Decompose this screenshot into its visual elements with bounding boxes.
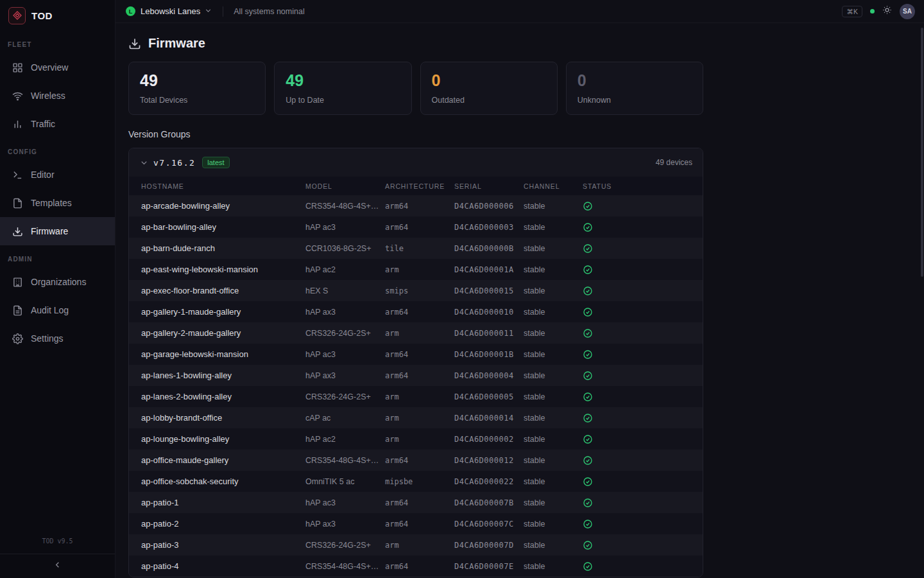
stat-card-up-to-date: 49 Up to Date xyxy=(274,62,411,115)
column-header-status: STATUS xyxy=(583,177,703,195)
table-row[interactable]: ap-lobby-brandt-office cAP ac arm D4CA6D… xyxy=(129,407,703,428)
sidebar-item-audit-log[interactable]: Audit Log xyxy=(0,296,115,324)
cell-hostname: ap-barn-dude-ranch xyxy=(129,238,305,259)
cell-status xyxy=(583,386,703,407)
cell-channel: stable xyxy=(524,492,583,513)
sidebar-item-firmware[interactable]: Firmware xyxy=(0,217,115,245)
table-row[interactable]: ap-lounge-bowling-alley hAP ac2 arm D4CA… xyxy=(129,428,703,450)
sidebar-item-wireless[interactable]: Wireless xyxy=(0,82,115,110)
app-logo: TOD xyxy=(0,0,115,31)
cell-model: hAP ax3 xyxy=(305,301,385,322)
cell-architecture: arm xyxy=(385,428,454,450)
cell-status xyxy=(583,344,703,365)
cell-architecture: smips xyxy=(385,280,454,301)
cell-architecture: arm64 xyxy=(385,195,454,216)
table-row[interactable]: ap-patio-3 CRS326-24G-2S+ arm D4CA6D0000… xyxy=(129,534,703,556)
table-row[interactable]: ap-office-maude-gallery CRS354-48G-4S+… … xyxy=(129,450,703,471)
device-count: 49 devices xyxy=(656,158,692,167)
cell-serial: D4CA6D000012 xyxy=(454,450,524,471)
topbar-divider xyxy=(223,6,223,17)
bar-chart-icon xyxy=(12,118,23,130)
sidebar-collapse-button[interactable] xyxy=(0,554,115,578)
chevron-down-icon xyxy=(204,6,212,17)
cell-model: cAP ac xyxy=(305,407,385,428)
sidebar-item-settings[interactable]: Settings xyxy=(0,324,115,353)
check-circle-icon xyxy=(583,498,593,508)
cell-architecture: tile xyxy=(385,238,454,259)
cell-serial: D4CA6D00001A xyxy=(454,259,524,280)
cell-model: hAP ac2 xyxy=(305,259,385,280)
table-row[interactable]: ap-patio-2 hAP ax3 arm64 D4CA6D00007C st… xyxy=(129,513,703,534)
cell-model: hAP ac2 xyxy=(305,428,385,450)
wifi-icon xyxy=(12,90,23,101)
sidebar-item-label: Firmware xyxy=(31,226,68,236)
nav-section-fleet: FLEET Overview Wireless xyxy=(0,41,115,138)
cell-serial: D4CA6D000003 xyxy=(454,216,524,238)
table-row[interactable]: ap-lanes-1-bowling-alley hAP ax3 arm64 D… xyxy=(129,365,703,386)
scrollbar-thumb[interactable] xyxy=(921,28,923,277)
stat-value: 0 xyxy=(578,72,692,90)
check-circle-icon xyxy=(583,265,593,275)
cell-architecture: arm xyxy=(385,386,454,407)
stat-value: 0 xyxy=(432,72,546,90)
cell-channel: stable xyxy=(524,407,583,428)
building-icon xyxy=(12,276,23,288)
sidebar-item-organizations[interactable]: Organizations xyxy=(0,268,115,296)
cell-architecture: arm xyxy=(385,534,454,556)
cell-architecture: arm xyxy=(385,407,454,428)
stat-label: Unknown xyxy=(578,96,692,105)
cell-channel: stable xyxy=(524,259,583,280)
check-circle-icon xyxy=(583,307,593,317)
scrollbar-track[interactable] xyxy=(921,24,923,577)
cell-channel: stable xyxy=(524,238,583,259)
table-row[interactable]: ap-barn-dude-ranch CCR1036-8G-2S+ tile D… xyxy=(129,238,703,259)
cell-status xyxy=(583,407,703,428)
table-row[interactable]: ap-office-sobchak-security OmniTIK 5 ac … xyxy=(129,471,703,492)
section-label-fleet: FLEET xyxy=(0,41,115,48)
table-row[interactable]: ap-east-wing-lebowski-mansion hAP ac2 ar… xyxy=(129,259,703,280)
cell-serial: D4CA6D000002 xyxy=(454,428,524,450)
cell-status xyxy=(583,513,703,534)
version-group-card: v7.16.2 latest 49 devices HOSTNAME MODEL… xyxy=(128,148,703,577)
cell-channel: stable xyxy=(524,556,583,577)
table-row[interactable]: ap-gallery-2-maude-gallery CRS326-24G-2S… xyxy=(129,322,703,344)
sidebar-item-templates[interactable]: Templates xyxy=(0,189,115,217)
table-row[interactable]: ap-patio-4 CRS354-48G-4S+… arm64 D4CA6D0… xyxy=(129,556,703,577)
stat-card-unknown: 0 Unknown xyxy=(566,62,703,115)
stat-label: Outdated xyxy=(432,96,546,105)
stat-value: 49 xyxy=(140,72,254,90)
version-group-header[interactable]: v7.16.2 latest 49 devices xyxy=(129,148,703,177)
cell-hostname: ap-office-sobchak-security xyxy=(129,471,305,492)
cell-channel: stable xyxy=(524,471,583,492)
org-name: Lebowski Lanes xyxy=(141,6,200,16)
nav-section-admin: ADMIN Organizations Audit Log xyxy=(0,256,115,353)
sidebar-item-label: Audit Log xyxy=(31,305,69,315)
table-row[interactable]: ap-garage-lebowski-mansion hAP ac3 arm64… xyxy=(129,344,703,365)
sidebar-item-editor[interactable]: Editor xyxy=(0,161,115,189)
table-row[interactable]: ap-lanes-2-bowling-alley CRS326-24G-2S+ … xyxy=(129,386,703,407)
user-avatar[interactable]: SA xyxy=(900,4,915,19)
stat-card-total-devices: 49 Total Devices xyxy=(128,62,266,115)
stat-label: Total Devices xyxy=(140,96,254,105)
app-root: TOD FLEET Overview Wireless xyxy=(0,0,924,578)
theme-toggle-button[interactable] xyxy=(882,5,892,17)
check-circle-icon xyxy=(583,455,593,466)
table-row[interactable]: ap-bar-bowling-alley hAP ac3 arm64 D4CA6… xyxy=(129,216,703,238)
table-row[interactable]: ap-gallery-1-maude-gallery hAP ax3 arm64… xyxy=(129,301,703,322)
org-switcher-button[interactable] xyxy=(204,6,212,17)
sidebar-item-traffic[interactable]: Traffic xyxy=(0,110,115,138)
cell-model: hAP ax3 xyxy=(305,365,385,386)
sidebar-item-overview[interactable]: Overview xyxy=(0,53,115,82)
check-circle-icon xyxy=(583,434,593,444)
file-icon xyxy=(12,197,23,209)
check-circle-icon xyxy=(583,477,593,487)
cell-serial: D4CA6D00000B xyxy=(454,238,524,259)
command-palette-shortcut[interactable]: ⌘K xyxy=(842,6,862,17)
cell-channel: stable xyxy=(524,534,583,556)
cell-channel: stable xyxy=(524,386,583,407)
table-row[interactable]: ap-patio-1 hAP ac3 arm64 D4CA6D00007B st… xyxy=(129,492,703,513)
table-row[interactable]: ap-arcade-bowling-alley CRS354-48G-4S+… … xyxy=(129,195,703,216)
table-row[interactable]: ap-exec-floor-brandt-office hEX S smips … xyxy=(129,280,703,301)
section-label-config: CONFIG xyxy=(0,148,115,155)
cell-channel: stable xyxy=(524,216,583,238)
